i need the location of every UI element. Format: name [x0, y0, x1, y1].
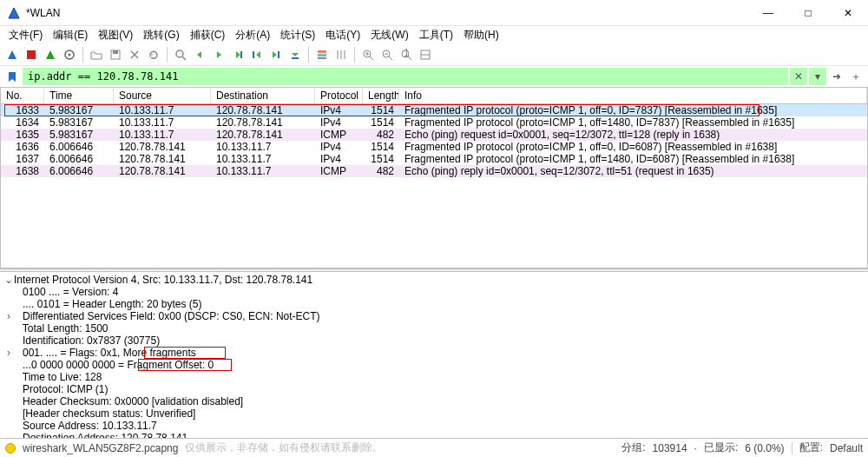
capture-options-icon[interactable] — [61, 46, 78, 63]
filter-apply-icon[interactable]: ➜ — [828, 68, 845, 85]
packet-list-body[interactable]: 16335.98316710.133.11.7120.78.78.141IPv4… — [1, 104, 867, 268]
detail-ip-header[interactable]: Internet Protocol Version 4, Src: 10.133… — [14, 274, 312, 286]
cell-time: 5.983167 — [44, 129, 114, 141]
menu-file[interactable]: 文件(F) — [3, 26, 48, 44]
app-icon — [7, 6, 21, 20]
packet-row[interactable]: 16386.006646120.78.78.14110.133.11.7ICMP… — [1, 165, 867, 177]
save-file-icon[interactable] — [107, 46, 124, 63]
detail-source-address[interactable]: Source Address: 10.133.11.7 — [23, 420, 157, 432]
cell-proto: IPv4 — [315, 104, 363, 116]
packet-details-pane[interactable]: ⌄Internet Protocol Version 4, Src: 10.13… — [0, 272, 868, 438]
cell-time: 5.983167 — [44, 104, 114, 116]
col-header-time[interactable]: Time — [44, 88, 114, 103]
last-packet-icon[interactable] — [267, 46, 285, 63]
cell-no: 1637 — [1, 153, 44, 165]
find-icon[interactable] — [172, 46, 189, 63]
status-displayed-count: 6 (0.0%) — [745, 442, 784, 454]
maximize-button[interactable]: □ — [788, 0, 828, 26]
detail-header-length[interactable]: .... 0101 = Header Length: 20 bytes (5) — [23, 298, 201, 310]
display-filter-bar: ✕ ▾ ➜ ＋ — [0, 66, 868, 87]
display-filter-input[interactable] — [23, 68, 788, 85]
detail-fragment-offset-prefix[interactable]: ...0 0000 0000 0000 = — [23, 359, 127, 371]
status-capture-file[interactable]: wireshark_WLAN5GZ8F2.pcapng — [23, 442, 178, 454]
menu-capture[interactable]: 捕获(C) — [185, 26, 231, 44]
menu-view[interactable]: 视图(V) — [93, 26, 138, 44]
col-header-source[interactable]: Source — [114, 88, 211, 103]
menu-bar: 文件(F) 编辑(E) 视图(V) 跳转(G) 捕获(C) 分析(A) 统计(S… — [0, 26, 868, 43]
col-header-no[interactable]: No. — [1, 88, 44, 103]
resize-columns-icon[interactable] — [332, 46, 350, 63]
menu-go[interactable]: 跳转(G) — [138, 26, 184, 44]
detail-version[interactable]: 0100 .... = Version: 4 — [23, 286, 118, 298]
close-file-icon[interactable] — [126, 46, 143, 63]
expert-info-icon[interactable] — [5, 443, 16, 454]
menu-wireless[interactable]: 无线(W) — [365, 26, 413, 44]
svg-rect-7 — [240, 51, 242, 58]
menu-tools[interactable]: 工具(T) — [414, 26, 458, 44]
twisty-closed-icon[interactable]: › — [3, 347, 14, 359]
twisty-open-icon[interactable]: ⌄ — [3, 274, 14, 286]
packet-row[interactable]: 16345.98316710.133.11.7120.78.78.141IPv4… — [1, 116, 867, 129]
cell-time: 6.006646 — [44, 165, 114, 177]
status-profile-name[interactable]: Default — [830, 442, 863, 454]
start-capture-icon[interactable] — [3, 46, 21, 63]
stop-capture-icon[interactable] — [23, 46, 40, 63]
open-file-icon[interactable] — [88, 46, 105, 63]
packet-row[interactable]: 16376.006646120.78.78.14110.133.11.7IPv4… — [1, 153, 867, 165]
col-header-length[interactable]: Length — [363, 88, 399, 103]
status-watermark: 仅供展示，非存储，如有侵权请联系删除。 — [185, 440, 383, 455]
detail-destination-address[interactable]: Destination Address: 120.78.78.141 — [23, 432, 187, 438]
resize-all-icon[interactable] — [417, 46, 434, 63]
cell-src: 10.133.11.7 — [114, 116, 211, 129]
menu-stat[interactable]: 统计(S) — [275, 26, 320, 44]
svg-rect-0 — [27, 50, 36, 59]
menu-help[interactable]: 帮助(H) — [458, 26, 504, 44]
detail-checksum[interactable]: Header Checksum: 0x0000 [validation disa… — [23, 395, 243, 407]
cell-info: Echo (ping) reply id=0x0001, seq=12/3072… — [399, 165, 867, 177]
packet-row[interactable]: 16366.006646120.78.78.14110.133.11.7IPv4… — [1, 141, 867, 153]
detail-identification[interactable]: Identification: 0x7837 (30775) — [23, 334, 160, 347]
detail-flags-prefix[interactable]: 001. .... = Flags: 0x1, — [23, 347, 123, 359]
col-header-destination[interactable]: Destination — [211, 88, 315, 103]
detail-checksum-status[interactable]: [Header checksum status: Unverified] — [23, 407, 195, 420]
filter-add-icon[interactable]: ＋ — [847, 68, 865, 85]
cell-info: Fragmented IP protocol (proto=ICMP 1, of… — [399, 141, 867, 153]
zoom-reset-icon[interactable]: 1 — [398, 46, 415, 63]
twisty-closed-icon[interactable]: › — [3, 310, 14, 322]
zoom-in-icon[interactable] — [359, 46, 377, 63]
cell-proto: IPv4 — [315, 141, 363, 153]
col-header-protocol[interactable]: Protocol — [315, 88, 363, 103]
menu-edit[interactable]: 编辑(E) — [48, 26, 93, 44]
detail-fragment-offset[interactable]: Fragment Offset: 0 — [127, 359, 214, 371]
reload-icon[interactable] — [145, 46, 162, 63]
detail-flags-more-fragments[interactable]: More fragments — [123, 347, 196, 359]
svg-point-5 — [176, 50, 183, 57]
close-button[interactable]: ✕ — [828, 0, 868, 26]
packet-row[interactable]: 16355.98316710.133.11.7120.78.78.141ICMP… — [1, 129, 867, 141]
cell-src: 120.78.78.141 — [114, 153, 211, 165]
menu-telephony[interactable]: 电话(Y) — [320, 26, 365, 44]
auto-scroll-icon[interactable] — [286, 46, 304, 63]
zoom-out-icon[interactable] — [378, 46, 396, 63]
svg-text:1: 1 — [404, 49, 410, 59]
detail-total-length[interactable]: Total Length: 1500 — [23, 322, 108, 334]
restart-capture-icon[interactable] — [42, 46, 59, 63]
detail-dsf[interactable]: Differentiated Services Field: 0x00 (DSC… — [23, 310, 320, 322]
filter-bookmark-icon[interactable] — [3, 68, 21, 85]
colorize-icon[interactable] — [313, 46, 331, 63]
packet-list-pane: No. Time Source Destination Protocol Len… — [0, 87, 868, 268]
menu-analyze[interactable]: 分析(A) — [230, 26, 275, 44]
cell-info: Echo (ping) request id=0x0001, seq=12/30… — [399, 129, 867, 141]
go-back-icon[interactable] — [191, 46, 208, 63]
go-forward-icon[interactable] — [210, 46, 227, 63]
go-to-packet-icon[interactable] — [229, 46, 247, 63]
detail-protocol[interactable]: Protocol: ICMP (1) — [23, 383, 108, 395]
col-header-info[interactable]: Info — [399, 88, 867, 103]
first-packet-icon[interactable] — [248, 46, 266, 63]
filter-clear-icon[interactable]: ✕ — [790, 68, 807, 85]
window-title: *WLAN — [26, 7, 748, 19]
detail-ttl[interactable]: Time to Live: 128 — [23, 371, 102, 383]
minimize-button[interactable]: — — [748, 0, 788, 26]
filter-dropdown-icon[interactable]: ▾ — [809, 68, 826, 85]
packet-row[interactable]: 16335.98316710.133.11.7120.78.78.141IPv4… — [1, 104, 867, 116]
